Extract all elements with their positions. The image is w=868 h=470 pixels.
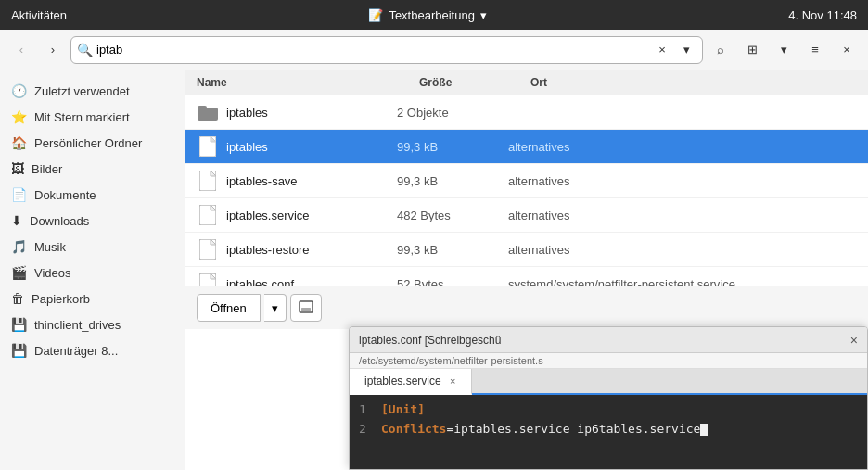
search-options-button[interactable]: ▾ xyxy=(676,40,696,60)
header-location[interactable]: Ort xyxy=(530,76,857,89)
sidebar-item-label: Zuletzt verwendet xyxy=(34,84,130,98)
sidebar-item-label: Downloads xyxy=(30,214,89,228)
file-name-cell: iptables xyxy=(197,135,397,158)
main-container: 🕐 Zuletzt verwendet ⭐ Mit Stern markiert… xyxy=(0,70,868,470)
file-name: iptables xyxy=(226,106,268,120)
cursor xyxy=(700,424,708,436)
file-name-cell: iptables.service xyxy=(197,204,397,226)
app-menu-arrow[interactable]: ▾ xyxy=(480,8,487,22)
preview-icon xyxy=(299,300,313,316)
file-location: alternatives xyxy=(508,209,857,222)
back-button[interactable]: ‹ xyxy=(7,36,35,64)
clock-icon: 🕐 xyxy=(11,83,27,98)
sidebar-item-label: Bilder xyxy=(32,162,62,176)
sidebar-item-recent[interactable]: 🕐 Zuletzt verwendet xyxy=(0,78,185,104)
clear-icon: × xyxy=(658,43,666,57)
file-location: alternatives xyxy=(508,140,857,154)
sidebar-item-label: Mit Stern markiert xyxy=(34,110,130,124)
sidebar-item-trash[interactable]: 🗑 Papierkorb xyxy=(0,286,185,311)
top-bar-right: 4. Nov 11:48 xyxy=(788,8,857,22)
editor-tabs: iptables.service × xyxy=(350,369,867,395)
table-row[interactable]: iptables 99,3 kB alternatives xyxy=(185,130,868,164)
download-icon: ⬇ xyxy=(11,213,22,228)
header-size[interactable]: Größe xyxy=(419,76,530,89)
sidebar-item-videos[interactable]: 🎬 Videos xyxy=(0,260,185,286)
file-size: 99,3 kB xyxy=(397,140,508,154)
file-name-cell: iptables-restore xyxy=(197,238,397,260)
drive-icon-2: 💾 xyxy=(11,343,27,358)
clear-search-button[interactable]: × xyxy=(652,40,672,60)
sidebar-item-documents[interactable]: 📄 Dokumente xyxy=(0,182,185,208)
sidebar-item-label: Dokumente xyxy=(34,188,96,202)
menu-button[interactable]: ≡ xyxy=(801,36,829,64)
open-dropdown-arrow: ▾ xyxy=(272,301,278,315)
sidebar-item-music[interactable]: 🎵 Musik xyxy=(0,234,185,260)
file-name-cell: iptables xyxy=(197,101,397,123)
toolbar: ‹ › 🔍 × ▾ ⌕ ⊞ ▾ ≡ × xyxy=(0,30,868,70)
line-number-2: 2 xyxy=(359,420,372,439)
view-options-button[interactable]: ▾ xyxy=(770,36,798,64)
file-size: 482 Bytes xyxy=(397,209,508,222)
file-icon xyxy=(197,135,219,158)
search-input[interactable] xyxy=(96,43,648,57)
table-row[interactable]: iptables-restore 99,3 kB alternatives xyxy=(185,233,868,267)
editor-subtitle: /etc/systemd/system/netfilter-persistent… xyxy=(350,353,867,369)
top-bar-center: 📝 Textbearbeitung ▾ xyxy=(368,8,487,22)
document-icon: 📄 xyxy=(11,187,27,202)
datetime-label: 4. Nov 11:48 xyxy=(788,8,857,22)
editor-line-1: 1 [Unit] xyxy=(359,400,858,420)
activities-label[interactable]: Aktivitäten xyxy=(11,8,67,22)
sidebar-item-thinclient[interactable]: 💾 thinclient_drives xyxy=(0,311,185,337)
app-name-label[interactable]: Textbearbeitung xyxy=(389,8,475,22)
trash-icon: 🗑 xyxy=(11,291,24,306)
editor-title: iptables.conf [Schreibgeschü xyxy=(359,334,501,347)
tab-close-icon[interactable]: × xyxy=(450,375,455,387)
sidebar-item-label: Videos xyxy=(34,266,71,280)
file-name: iptables-save xyxy=(226,174,298,188)
file-location: alternatives xyxy=(508,243,857,257)
texteditor-icon: 📝 xyxy=(368,8,383,22)
file-name: iptables xyxy=(226,140,268,154)
open-button[interactable]: Öffnen xyxy=(197,294,261,322)
table-row[interactable]: iptables-save 99,3 kB alternatives xyxy=(185,164,868,198)
sidebar-item-pictures[interactable]: 🖼 Bilder xyxy=(0,156,185,182)
grid-view-button[interactable]: ⊞ xyxy=(738,36,766,64)
search-bar: 🔍 × ▾ xyxy=(70,36,703,64)
forward-icon: › xyxy=(51,43,55,57)
file-list-container: Name Größe Ort iptables 2 Objekte xyxy=(185,70,868,470)
file-size: 2 Objekte xyxy=(397,106,508,120)
search-icon: 🔍 xyxy=(77,43,93,57)
zoom-button[interactable]: ⌕ xyxy=(707,36,734,64)
table-row[interactable]: iptables 2 Objekte xyxy=(185,95,868,130)
open-dropdown-button[interactable]: ▾ xyxy=(264,294,287,322)
file-icon xyxy=(197,238,219,260)
preview-button[interactable] xyxy=(290,294,322,322)
open-bar: Öffnen ▾ xyxy=(185,286,868,329)
sidebar-item-label: Datenträger 8... xyxy=(34,344,118,358)
svg-rect-1 xyxy=(198,106,207,110)
svg-rect-14 xyxy=(300,301,313,312)
video-icon: 🎬 xyxy=(11,265,27,280)
sidebar-item-starred[interactable]: ⭐ Mit Stern markiert xyxy=(0,104,185,130)
sidebar-item-label: thinclient_drives xyxy=(34,318,121,332)
sidebar-item-home[interactable]: 🏠 Persönlicher Ordner xyxy=(0,130,185,156)
grid-icon: ⊞ xyxy=(747,43,758,57)
editor-tab-iptables-service[interactable]: iptables.service × xyxy=(350,369,472,395)
forward-button[interactable]: › xyxy=(39,36,67,64)
editor-content: 1 [Unit] 2 Conflicts=iptables.service ip… xyxy=(350,395,867,469)
top-bar: Aktivitäten 📝 Textbearbeitung ▾ 4. Nov 1… xyxy=(0,0,868,30)
sidebar-item-downloads[interactable]: ⬇ Downloads xyxy=(0,208,185,234)
file-location: alternatives xyxy=(508,174,857,188)
line-2-content: Conflicts=iptables.service ip6tables.ser… xyxy=(381,420,708,439)
editor-close-button[interactable]: × xyxy=(850,333,858,348)
table-row[interactable]: iptables.service 482 Bytes alternatives xyxy=(185,198,868,233)
music-icon: 🎵 xyxy=(11,239,27,254)
image-icon: 🖼 xyxy=(11,161,24,176)
header-name[interactable]: Name xyxy=(197,76,419,89)
file-icon xyxy=(197,170,219,192)
chevron-down-icon: ▾ xyxy=(683,43,690,57)
close-button[interactable]: × xyxy=(833,36,861,64)
sidebar-item-datentraeger[interactable]: 💾 Datenträger 8... xyxy=(0,337,185,363)
top-bar-left: Aktivitäten xyxy=(11,8,67,22)
editor-panel: iptables.conf [Schreibgeschü × /etc/syst… xyxy=(349,326,868,470)
